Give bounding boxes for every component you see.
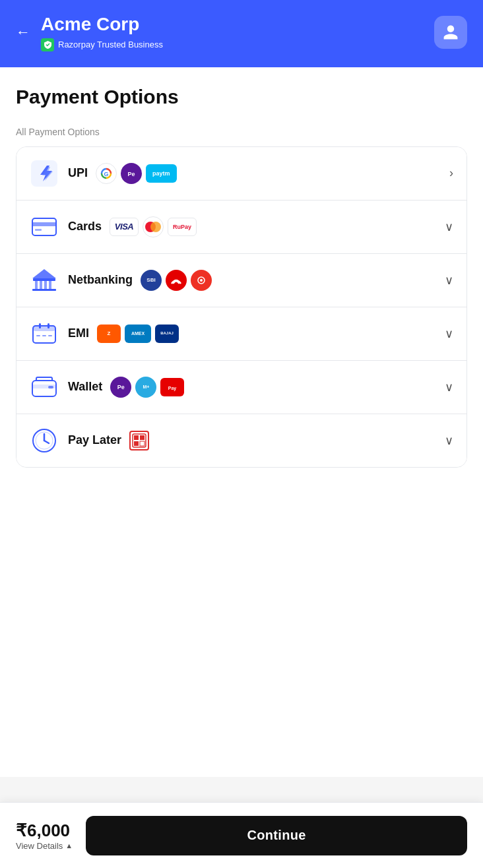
view-details-chevron-icon: ▲ <box>65 842 73 850</box>
wallet-icon <box>30 373 59 402</box>
amex-logo: AMEX <box>125 325 151 343</box>
netbanking-logos: SBI <box>141 270 445 291</box>
svg-text:Pay: Pay <box>168 386 177 391</box>
cards-label: Cards <box>68 220 102 233</box>
page-title: Payment Options <box>16 86 467 108</box>
payment-item-netbanking[interactable]: Netbanking SBI <box>16 254 467 307</box>
view-details-button[interactable]: View Details ▲ <box>16 841 73 851</box>
payment-item-paylater[interactable]: Pay Later ∨ <box>16 414 467 467</box>
hdfc-logo <box>129 431 149 450</box>
svg-rect-5 <box>32 218 56 235</box>
payments-bank-logo: Pay <box>160 378 184 396</box>
phonepe-logo: Pe <box>121 163 142 184</box>
svg-text:Pe: Pe <box>128 171 135 177</box>
payment-item-upi[interactable]: UPI G Pe <box>16 147 467 201</box>
svg-rect-10 <box>33 278 55 281</box>
svg-rect-26 <box>48 323 49 328</box>
svg-rect-11 <box>35 281 38 289</box>
mastercard-logo <box>143 216 164 237</box>
payment-item-emi[interactable]: EMI Z AMEX BAJAJ ∨ <box>16 307 467 361</box>
svg-rect-24 <box>48 335 52 336</box>
razorpay-shield-icon <box>41 38 54 51</box>
payment-item-wallet[interactable]: Wallet Pe M+ Pay ∨ <box>16 361 467 414</box>
svg-rect-40 <box>140 441 145 446</box>
wallet-chevron: ∨ <box>445 380 453 394</box>
user-avatar-button[interactable] <box>434 16 467 49</box>
cards-icon <box>30 212 59 241</box>
gpay-logo: G <box>96 163 117 184</box>
header-left: ← Acme Corp Razorpay Trusted Business <box>16 13 163 51</box>
upi-logos: G Pe paytm <box>96 163 449 184</box>
svg-rect-37 <box>134 435 139 440</box>
mobikwik-logo: M+ <box>135 377 156 398</box>
svg-rect-38 <box>140 435 145 440</box>
paylater-logos <box>129 431 445 450</box>
svg-rect-6 <box>32 222 56 226</box>
continue-button[interactable]: Continue <box>86 816 467 855</box>
svg-rect-7 <box>35 229 42 231</box>
svg-rect-22 <box>36 335 40 336</box>
svg-point-19 <box>200 279 203 282</box>
wallet-label: Wallet <box>68 380 102 394</box>
emi-logos: Z AMEX BAJAJ <box>97 325 445 343</box>
netbanking-label: Netbanking <box>68 273 133 287</box>
visa-logo: VISA <box>110 218 139 236</box>
svg-rect-39 <box>134 441 139 446</box>
airtel-logo <box>166 270 187 291</box>
section-label: All Payment Options <box>16 127 467 137</box>
emi-icon <box>30 319 59 348</box>
company-name: Acme Corp <box>41 13 163 36</box>
netbanking-icon <box>30 266 59 295</box>
cards-logos: VISA RuPay <box>110 216 445 237</box>
trusted-badge: Razorpay Trusted Business <box>41 38 163 51</box>
paylater-chevron: ∨ <box>445 433 453 448</box>
price-amount: ₹6,000 <box>16 821 73 841</box>
upi-chevron: › <box>449 166 453 180</box>
paylater-icon <box>30 426 59 455</box>
payment-options-list: UPI G Pe <box>16 146 467 468</box>
svg-text:G: G <box>104 171 109 177</box>
svg-rect-12 <box>40 281 42 289</box>
trusted-text: Razorpay Trusted Business <box>58 40 163 49</box>
price-area: ₹6,000 View Details ▲ <box>16 821 73 851</box>
netbanking-chevron: ∨ <box>445 273 453 288</box>
rupay-logo: RuPay <box>168 218 197 236</box>
payment-item-cards[interactable]: Cards VISA RuPay ∨ <box>16 201 467 254</box>
cards-chevron: ∨ <box>445 220 453 234</box>
sbi-logo: SBI <box>141 270 162 291</box>
svg-rect-21 <box>33 326 55 331</box>
main-content: Payment Options All Payment Options UPI <box>0 67 483 777</box>
emi-chevron: ∨ <box>445 326 453 341</box>
zestmoney-logo: Z <box>97 325 121 343</box>
header: ← Acme Corp Razorpay Trusted Business <box>0 0 483 67</box>
svg-marker-16 <box>32 269 56 278</box>
upi-label: UPI <box>68 166 88 180</box>
svg-rect-25 <box>39 323 41 328</box>
kotak-logo <box>191 270 212 291</box>
svg-point-9 <box>150 222 161 232</box>
upi-icon <box>30 159 59 188</box>
svg-rect-14 <box>49 281 51 289</box>
view-details-label: View Details <box>16 841 63 851</box>
back-button[interactable]: ← <box>16 24 30 41</box>
svg-rect-15 <box>32 289 56 291</box>
paylater-label: Pay Later <box>68 433 121 447</box>
wallet-phonepe-logo: Pe <box>110 377 131 398</box>
emi-label: EMI <box>68 326 89 340</box>
svg-rect-23 <box>42 335 46 336</box>
header-title-area: Acme Corp Razorpay Trusted Business <box>41 13 163 51</box>
svg-rect-29 <box>48 386 53 388</box>
svg-rect-13 <box>44 281 47 289</box>
bajaj-logo: BAJAJ <box>155 325 179 343</box>
svg-line-35 <box>44 441 49 443</box>
bottom-bar: ₹6,000 View Details ▲ Continue <box>0 802 483 868</box>
wallet-logos: Pe M+ Pay <box>110 377 445 398</box>
paytm-logo: paytm <box>146 164 177 183</box>
